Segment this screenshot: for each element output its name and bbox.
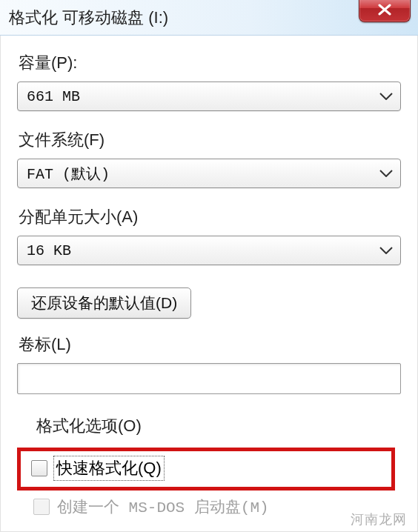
watermark: 河南龙网 (351, 511, 407, 528)
close-button[interactable] (359, 0, 411, 22)
restore-defaults-label: 还原设备的默认值(D) (31, 293, 177, 313)
capacity-value: 661 MB (27, 88, 80, 105)
quick-format-label: 快速格式化(Q) (55, 457, 163, 479)
titlebar: 格式化 可移动磁盘 (I:) (0, 0, 418, 36)
dialog-body: 容量(P): 661 MB 文件系统(F) FAT (默认) 分配单元大小(A)… (0, 36, 418, 532)
restore-defaults-button[interactable]: 还原设备的默认值(D) (17, 287, 191, 319)
window-title: 格式化 可移动磁盘 (I:) (9, 7, 168, 29)
highlight-annotation: 快速格式化(Q) (17, 448, 395, 491)
allocation-value: 16 KB (27, 242, 71, 259)
filesystem-select[interactable]: FAT (默认) (17, 159, 401, 188)
msdos-boot-option: 创建一个 MS-DOS 启动盘(M) (23, 495, 401, 519)
close-icon (376, 4, 393, 16)
allocation-label: 分配单元大小(A) (19, 206, 401, 228)
chevron-down-icon (379, 170, 393, 177)
format-options-label: 格式化选项(O) (36, 415, 401, 437)
chevron-down-icon (379, 93, 393, 100)
allocation-select[interactable]: 16 KB (17, 236, 401, 265)
quick-format-option[interactable]: 快速格式化(Q) (27, 456, 385, 481)
quick-format-checkbox[interactable] (31, 460, 47, 476)
volume-label-input[interactable] (17, 363, 401, 394)
filesystem-value: FAT (默认) (27, 164, 110, 184)
capacity-label: 容量(P): (19, 52, 401, 74)
capacity-select[interactable]: 661 MB (17, 82, 401, 111)
msdos-boot-checkbox (33, 499, 50, 515)
chevron-down-icon (379, 247, 393, 254)
msdos-boot-label: 创建一个 MS-DOS 启动盘(M) (57, 496, 269, 517)
volume-label: 卷标(L) (19, 333, 401, 356)
filesystem-label: 文件系统(F) (19, 129, 401, 151)
